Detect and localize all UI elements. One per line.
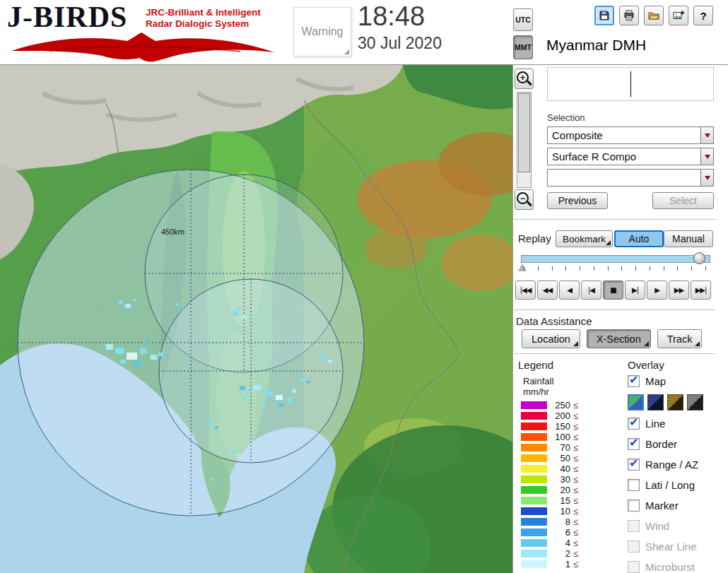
legend-entry: 10≤ xyxy=(521,506,578,516)
legend-color-swatch xyxy=(521,423,547,430)
text-caret xyxy=(630,71,631,97)
legend-entry: 30≤ xyxy=(521,474,578,485)
print-button[interactable] xyxy=(619,6,639,25)
overlay-item-line[interactable]: ✔Line xyxy=(628,416,728,430)
checkbox[interactable]: ✔ xyxy=(628,459,640,471)
divider xyxy=(514,219,715,220)
checkbox xyxy=(628,561,640,573)
timeline-tick xyxy=(552,266,553,271)
overlay-item-shear-line: Shear Line xyxy=(628,539,728,553)
x-section-button[interactable]: X-Section xyxy=(587,329,651,348)
legend-color-swatch xyxy=(521,507,547,515)
overlay-item-lati-long[interactable]: Lati / Long xyxy=(628,478,728,492)
replay-timeline-track[interactable] xyxy=(521,255,710,263)
utc-button[interactable]: UTC xyxy=(513,8,533,31)
add-image-button[interactable] xyxy=(669,6,688,25)
map-style-grayscale[interactable] xyxy=(687,394,703,410)
playback-fast-rewind-button[interactable]: ◀◀ xyxy=(537,280,558,300)
previous-button[interactable]: Previous xyxy=(547,192,608,209)
legend-entry: 15≤ xyxy=(521,495,578,506)
header: J-BIRDS JRC-Brilliant & Intelligent Rada… xyxy=(0,0,728,65)
clock-date: 30 Jul 2020 xyxy=(358,34,442,53)
zoom-slider-thumb[interactable] xyxy=(518,93,530,172)
range-label: 450km xyxy=(161,228,184,236)
chevron-down-icon[interactable] xyxy=(700,127,713,143)
checkbox[interactable] xyxy=(628,479,640,491)
playback-play-button[interactable]: ▶ xyxy=(647,280,667,300)
product-combo[interactable]: Surface R Compo xyxy=(547,148,714,165)
help-button[interactable]: ? xyxy=(693,6,713,25)
legend-value: 70 xyxy=(553,442,570,453)
map-style-navy[interactable] xyxy=(647,394,664,410)
checkbox[interactable]: ✔ xyxy=(628,438,640,450)
overlay-item-range-az[interactable]: ✔Range / AZ xyxy=(628,457,728,471)
legend-value: 40 xyxy=(553,463,570,474)
playback-last-button[interactable]: ▶▶| xyxy=(691,280,711,300)
timeline-tick xyxy=(538,266,539,271)
overlay-item-label: Shear Line xyxy=(645,540,697,553)
checkbox[interactable] xyxy=(628,500,640,512)
overlay-item-map[interactable]: ✔Map xyxy=(628,374,728,388)
chevron-down-icon[interactable] xyxy=(700,170,713,186)
bookmark-button[interactable]: Bookmark xyxy=(556,230,613,247)
map-area[interactable]: 450km xyxy=(0,65,512,573)
checkbox[interactable]: ✔ xyxy=(628,375,640,387)
zoom-out-button[interactable]: − xyxy=(515,189,534,210)
playback-step-back-button[interactable]: |◀ xyxy=(581,280,601,300)
legend-value: 20 xyxy=(553,485,570,495)
zoom-slider[interactable] xyxy=(517,92,532,188)
track-button[interactable]: Track xyxy=(657,329,703,348)
legend-value: 100 xyxy=(553,432,570,442)
data-assistance-label: Data Assistance xyxy=(516,315,592,327)
legend-value: 30 xyxy=(553,474,570,485)
warning-button[interactable]: Warning xyxy=(293,7,351,57)
jbirds-app: J-BIRDS JRC-Brilliant & Intelligent Rada… xyxy=(0,0,728,573)
legend-color-swatch xyxy=(521,486,547,494)
legend-value: 2 xyxy=(553,548,570,559)
playback-play-reverse-button[interactable]: ◀ xyxy=(559,280,580,300)
clock-time: 18:48 xyxy=(358,1,425,32)
print-icon xyxy=(623,9,635,22)
open-folder-button[interactable] xyxy=(644,6,664,25)
map-style-terrain[interactable] xyxy=(628,394,644,410)
check-icon: ✔ xyxy=(629,373,638,386)
legend-suffix: ≤ xyxy=(573,495,578,506)
playback-stop-button[interactable]: ■ xyxy=(603,280,623,300)
auto-button[interactable]: Auto xyxy=(614,230,664,247)
legend-unit: Rainfall mm/hr xyxy=(523,376,553,397)
timeline-tick xyxy=(594,266,594,271)
message-box[interactable] xyxy=(547,67,714,101)
overlay-item-marker[interactable]: Marker xyxy=(628,498,728,512)
chevron-down-icon[interactable] xyxy=(700,148,713,165)
overlay-item-border[interactable]: ✔Border xyxy=(628,437,728,451)
legend-entry: 6≤ xyxy=(521,527,578,538)
legend-suffix: ≤ xyxy=(573,548,578,559)
legend-color-swatch xyxy=(521,444,547,451)
timeline-ticks xyxy=(524,266,706,271)
divider xyxy=(514,353,715,355)
zoom-in-button[interactable]: + xyxy=(515,69,534,89)
legend-color-swatch xyxy=(521,518,547,526)
map-style-olive[interactable] xyxy=(667,394,683,410)
mmt-button[interactable]: MMT xyxy=(513,35,533,59)
playback-fast-forward-button[interactable]: ▶▶ xyxy=(669,280,689,300)
elevation-combo[interactable] xyxy=(547,169,714,187)
save-button[interactable] xyxy=(594,6,614,25)
legend-color-swatch xyxy=(521,465,547,473)
manual-button[interactable]: Manual xyxy=(664,230,713,247)
warning-label: Warning xyxy=(302,25,344,37)
check-icon: ✔ xyxy=(629,456,638,470)
playback-first-button[interactable]: |◀◀ xyxy=(515,280,536,300)
replay-timeline-knob[interactable] xyxy=(693,252,705,264)
legend-value: 50 xyxy=(553,453,570,463)
select-button[interactable]: Select xyxy=(652,192,714,209)
map-canvas[interactable]: 450km xyxy=(0,65,512,573)
checkbox[interactable]: ✔ xyxy=(628,418,640,430)
overlay-item-label: Marker xyxy=(645,500,679,512)
location-button[interactable]: Location xyxy=(522,329,580,348)
composite-combo[interactable]: Composite xyxy=(547,126,714,144)
legend-color-swatch xyxy=(521,401,547,409)
overlay-item-label: Range / AZ xyxy=(645,459,698,471)
playback-step-forward-button[interactable]: ▶| xyxy=(625,280,645,300)
timeline-tick xyxy=(705,266,706,271)
